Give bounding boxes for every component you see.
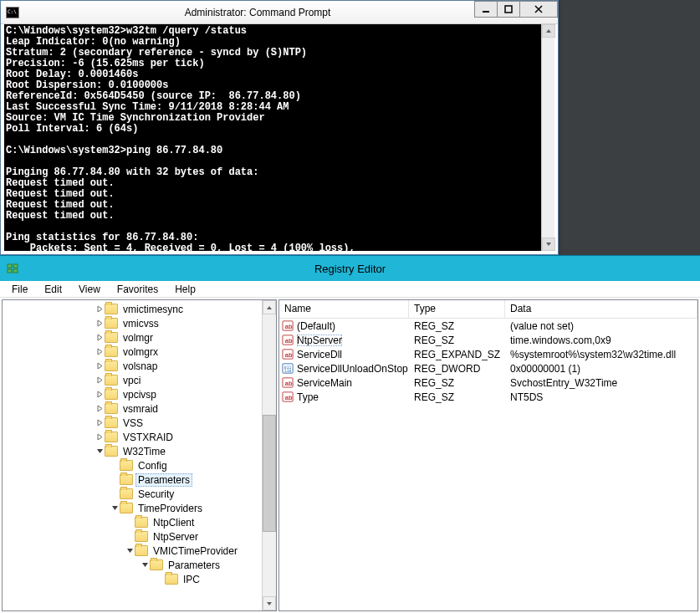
value-name: ServiceMain: [297, 377, 352, 389]
expand-icon[interactable]: [95, 433, 105, 441]
scroll-down-button[interactable]: [542, 238, 555, 251]
tree-item[interactable]: NtpClient: [3, 515, 262, 529]
minimize-button[interactable]: [474, 1, 498, 18]
scroll-up-button[interactable]: [542, 24, 555, 38]
tree-item[interactable]: Security: [3, 487, 262, 501]
menu-favorites[interactable]: Favorites: [109, 282, 166, 297]
tree-item[interactable]: Parameters: [3, 473, 262, 487]
reg-tree[interactable]: vmictimesyncvmicvssvolmgrvolmgrxvolsnapv…: [3, 300, 262, 610]
binary-value-icon: 011110: [282, 362, 294, 375]
tree-scroll-down[interactable]: [263, 596, 276, 610]
registry-value-row[interactable]: abServiceDllREG_EXPAND_SZ%systemroot%\sy…: [279, 347, 697, 361]
command-prompt-window: Administrator: Command Prompt C:\Windows…: [0, 0, 559, 255]
menu-help[interactable]: Help: [166, 282, 204, 297]
tree-item[interactable]: vmicvss: [3, 316, 262, 330]
tree-item-label: W32Time: [120, 446, 168, 457]
tree-item[interactable]: volmgrx: [3, 345, 262, 359]
reg-list[interactable]: ab(Default)REG_SZ(value not set)abNtpSer…: [279, 319, 697, 404]
svg-rect-5: [13, 269, 18, 273]
cmd-output-area[interactable]: C:\Windows\system32>w32tm /query /status…: [4, 24, 554, 251]
cmd-titlebar[interactable]: Administrator: Command Prompt: [1, 1, 558, 24]
close-button[interactable]: [519, 1, 558, 18]
menu-edit[interactable]: Edit: [36, 282, 70, 297]
folder-icon: [150, 559, 163, 570]
registry-value-row[interactable]: 011110ServiceDllUnloadOnStopREG_DWORD0x0…: [279, 361, 697, 375]
tree-item[interactable]: vpci: [3, 373, 262, 387]
tree-item-label: vmictimesync: [120, 304, 186, 315]
folder-icon: [105, 432, 118, 442]
tree-item[interactable]: vmictimesync: [3, 302, 262, 316]
folder-icon: [105, 360, 118, 371]
tree-scroll-up[interactable]: [263, 300, 276, 314]
tree-item-label: VSTXRAID: [120, 432, 176, 443]
tree-item[interactable]: vsmraid: [3, 401, 262, 416]
folder-icon: [105, 389, 118, 400]
cmd-icon: [6, 7, 19, 18]
svg-text:ab: ab: [285, 394, 293, 401]
expand-icon[interactable]: [95, 391, 105, 398]
expand-icon[interactable]: [95, 419, 105, 427]
tree-item[interactable]: VMICTimeProvider: [3, 544, 262, 558]
registry-value-row[interactable]: abTypeREG_SZNT5DS: [279, 390, 697, 404]
string-value-icon: ab: [282, 391, 294, 403]
expand-icon[interactable]: [95, 376, 105, 384]
registry-value-row[interactable]: abNtpServerREG_SZtime.windows.com,0x9: [279, 333, 697, 347]
tree-item[interactable]: TimeProviders: [3, 501, 262, 515]
reg-tree-panel: vmictimesyncvmicvssvolmgrvolmgrxvolsnapv…: [2, 299, 277, 611]
folder-icon: [120, 488, 133, 499]
tree-item[interactable]: vpcivsp: [3, 387, 262, 401]
svg-rect-1: [505, 6, 512, 13]
reg-titlebar[interactable]: Registry Editor: [0, 256, 700, 281]
tree-item[interactable]: volmgr: [3, 330, 262, 345]
tree-item[interactable]: IPC: [3, 572, 262, 586]
expand-icon[interactable]: [95, 362, 105, 370]
tree-item[interactable]: NtpServer: [3, 529, 262, 544]
cmd-scrollbar[interactable]: [541, 24, 554, 251]
expand-icon[interactable]: [110, 504, 120, 512]
col-header-type[interactable]: Type: [409, 300, 505, 318]
tree-item-label: Parameters: [135, 473, 192, 487]
tree-item[interactable]: VSTXRAID: [3, 430, 262, 444]
tree-item[interactable]: VSS: [3, 416, 262, 430]
value-name: Type: [297, 391, 319, 403]
expand-icon[interactable]: [95, 405, 105, 412]
svg-text:ab: ab: [285, 323, 293, 330]
menu-view[interactable]: View: [70, 282, 109, 297]
tree-item-label: NtpClient: [151, 517, 197, 529]
tree-scroll-thumb[interactable]: [263, 415, 276, 532]
tree-scrollbar[interactable]: [262, 300, 276, 610]
tree-item-label: Security: [135, 488, 176, 500]
col-header-name[interactable]: Name: [279, 300, 409, 318]
tree-item-label: IPC: [181, 574, 202, 585]
registry-value-row[interactable]: ab(Default)REG_SZ(value not set): [279, 319, 697, 333]
folder-icon: [105, 375, 118, 386]
expand-icon[interactable]: [95, 319, 105, 327]
registry-value-row[interactable]: abServiceMainREG_SZSvchostEntry_W32Time: [279, 375, 697, 390]
tree-item[interactable]: volsnap: [3, 359, 262, 373]
folder-icon: [105, 332, 118, 343]
expand-icon[interactable]: [95, 348, 105, 355]
menu-file[interactable]: File: [3, 282, 36, 297]
expand-icon[interactable]: [125, 547, 135, 554]
tree-item[interactable]: Parameters: [3, 558, 262, 572]
background-panel: [559, 0, 700, 255]
expand-icon[interactable]: [95, 334, 105, 341]
expand-icon[interactable]: [95, 447, 105, 455]
col-header-data[interactable]: Data: [505, 300, 697, 318]
folder-icon: [120, 474, 133, 485]
value-type: REG_DWORD: [409, 363, 505, 375]
string-value-icon: ab: [282, 319, 294, 332]
tree-item-label: Parameters: [166, 559, 222, 571]
tree-item[interactable]: W32Time: [3, 444, 262, 458]
tree-item[interactable]: Config: [3, 458, 262, 473]
expand-icon[interactable]: [95, 305, 105, 313]
tree-item-label: VSS: [120, 417, 146, 429]
expand-icon[interactable]: [140, 561, 150, 569]
folder-icon: [120, 460, 133, 471]
folder-icon: [165, 574, 178, 585]
tree-item-label: volmgrx: [120, 346, 161, 358]
maximize-button[interactable]: [497, 1, 520, 18]
scroll-track[interactable]: [542, 38, 554, 238]
tree-item-label: Config: [135, 460, 170, 472]
folder-icon: [105, 318, 118, 329]
